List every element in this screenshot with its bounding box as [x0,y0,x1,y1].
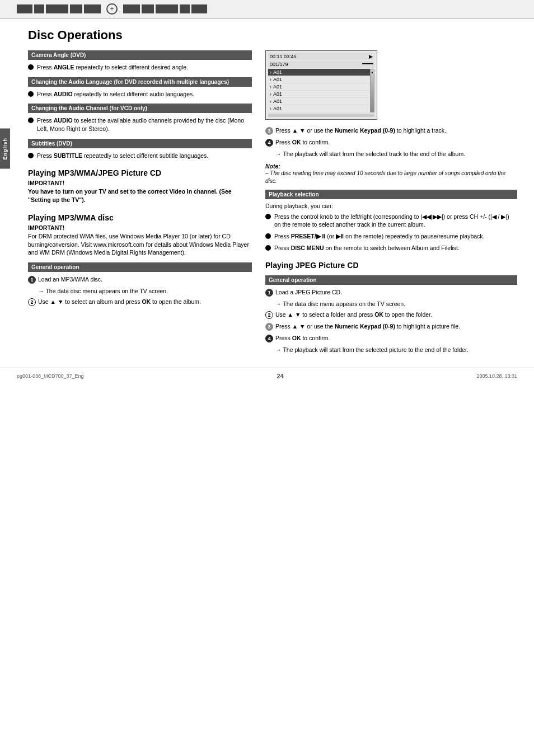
screen-item-label-1: A01 [273,69,282,75]
deco-block-1 [17,4,32,13]
bullet-icon [265,214,271,219]
mp3-wma-important-label: IMPORTANT! [28,224,252,231]
mp3-jpeg-important-label: IMPORTANT! [28,180,252,186]
camera-angle-text: Press ANGLE repeatedly to select differe… [37,63,188,72]
playback-bullet-2: Press PRESET/▶ II (or ▶II on the remote)… [265,232,517,241]
playback-intro: During playback, you can: [265,203,517,209]
music-icon-1: ♪ [269,70,271,75]
jpeg-step1: 1 Load a JPEG Picture CD. [265,288,517,297]
step-number-4: 4 [265,139,273,147]
mp3-jpeg-important-text: You have to turn on your TV and set to t… [28,187,252,204]
audio-language-text: Press AUDIO repeatedly to select differe… [37,90,194,98]
deco-block-3 [46,4,68,13]
playing-mp3-jpeg-title: Playing MP3/WMA/JPEG Picture CD [28,168,252,177]
screen-item-label-2: A01 [273,77,282,82]
jpeg-step4-text: Press OK to confirm. [275,334,330,342]
screen-item-label-4: A01 [273,91,282,97]
bullet-icon [28,153,34,158]
general-operation-header-left: General operation [28,262,252,272]
step-number-2: 2 [28,298,36,306]
playing-jpeg-title: Playing JPEG Picture CD [265,261,517,270]
note-label: Note: [265,163,517,170]
screen-track-row: 001/179 ▪▪▪▪▪▪▪▪▪▪▪▪▪ [268,61,374,68]
deco-block-9 [180,4,190,13]
deco-block-5 [84,4,101,13]
screen-display: 00:11 03:45 ▶ 001/179 ▪▪▪▪▪▪▪▪▪▪▪▪▪ ♪ A0… [265,50,377,120]
screen-progress-dots: ▪▪▪▪▪▪▪▪▪▪▪▪▪ [362,62,373,67]
bullet-icon [265,233,271,239]
playback-bullet-2-text: Press PRESET/▶ II (or ▶II on the remote)… [274,232,485,241]
music-icon-4: ♪ [269,92,271,97]
jpeg-step4: 4 Press OK to confirm. [265,334,517,342]
deco-block-10 [191,4,207,13]
screen-top-row: 00:11 03:45 ▶ [268,53,374,60]
jpeg-general-operation-header: General operation [265,275,517,285]
music-icon-5: ♪ [269,99,271,104]
deco-block-2 [34,4,44,13]
bullet-icon [28,91,34,97]
camera-angle-item: Press ANGLE repeatedly to select differe… [28,63,252,72]
mp3-wma-important-text: For DRM protected WMA files, use Windows… [28,232,252,257]
screen-list-item-3: ♪ A01 [268,83,370,91]
deco-circle-left [106,3,118,15]
camera-angle-header: Camera Angle (DVD) [28,50,252,60]
gen-op-step2-text: Use ▲ ▼ to select an album and press OK … [38,298,201,306]
right-step3-text: Press ▲ ▼ or use the Numeric Keypad (0-9… [275,126,446,135]
screen-list-item-1: ♪ A01 [268,69,370,76]
screen-list: ♪ A01 ♪ A01 ♪ A01 [268,69,370,112]
screen-track: 001/179 [270,62,288,67]
playback-bullet-3: Press DISC MENU on the remote to switch … [265,244,517,252]
jpeg-step3: 3 Press ▲ ▼ or use the Numeric Keypad (0… [265,322,517,331]
top-decorative-bar [0,0,534,19]
bullet-icon [28,64,34,70]
music-icon-2: ♪ [269,77,271,82]
playing-mp3-wma-title: Playing MP3/WMA disc [28,213,252,222]
jpeg-step3-text: Press ▲ ▼ or use the Numeric Keypad (0-9… [275,322,460,331]
subtitles-header: Subtitles (DVD) [28,139,252,148]
screen-list-item-6: ♪ A01 [268,105,370,112]
deco-block-6 [123,4,140,13]
step-number-1: 1 [28,276,36,284]
page-title: Disc Operations [17,28,517,43]
page-number: 24 [277,373,283,379]
screen-time: 00:11 03:45 [270,54,297,59]
jpeg-step-number-4: 4 [265,335,273,342]
right-step4-arrow: The playback will start from the selecte… [275,150,517,158]
audio-channel-text: Press AUDIO to select the available audi… [37,116,252,133]
deco-left [17,4,101,13]
audio-channel-header: Changing the Audio Channel (for VCD only… [28,104,252,113]
screen-item-label-5: A01 [273,98,282,104]
jpeg-step1-arrow: The data disc menu appears on the TV scr… [275,300,517,308]
playback-selection-header: Playback selection [265,190,517,199]
audio-channel-item: Press AUDIO to select the available audi… [28,116,252,133]
bullet-icon [28,118,34,123]
right-step4: 4 Press OK to confirm. [265,138,517,147]
note-text: – The disc reading time may exceed 10 se… [265,170,517,185]
deco-right [123,4,207,13]
audio-language-header: Changing the Audio Language (for DVD rec… [28,77,252,87]
gen-op-step1-arrow: The data disc menu appears on the TV scr… [38,287,252,295]
footer-left: pg001-038_MCD700_37_Eng [17,373,84,379]
audio-language-item: Press AUDIO repeatedly to select differe… [28,90,252,98]
playback-bullet-1-text: Press the control knob to the left/right… [274,213,517,229]
music-icon-6: ♪ [269,106,271,111]
gen-op-step1-text: Load an MP3/WMA disc. [38,275,102,284]
deco-block-8 [156,4,178,13]
music-icon-3: ♪ [269,84,271,90]
screen-list-item-2: ♪ A01 [268,76,370,83]
screen-play-icon: ▶ [369,54,373,59]
jpeg-step2: 2 Use ▲ ▼ to select a folder and press O… [265,311,517,319]
screen-list-container: ♪ A01 ♪ A01 ♪ A01 [268,69,374,112]
jpeg-step1-text: Load a JPEG Picture CD. [275,288,342,297]
screen-list-item-4: ♪ A01 [268,91,370,98]
footer-right: 2005.10.28, 13:31 [476,373,517,379]
step-number-3: 3 [265,127,273,135]
jpeg-step-number-1: 1 [265,289,273,297]
right-step4-text: Press OK to confirm. [275,138,330,147]
jpeg-step-number-3: 3 [265,323,273,331]
deco-block-7 [142,4,154,13]
deco-block-4 [70,4,82,13]
language-tab: English [0,129,10,169]
gen-op-step2: 2 Use ▲ ▼ to select an album and press O… [28,298,252,306]
gen-op-step1: 1 Load an MP3/WMA disc. [28,275,252,284]
